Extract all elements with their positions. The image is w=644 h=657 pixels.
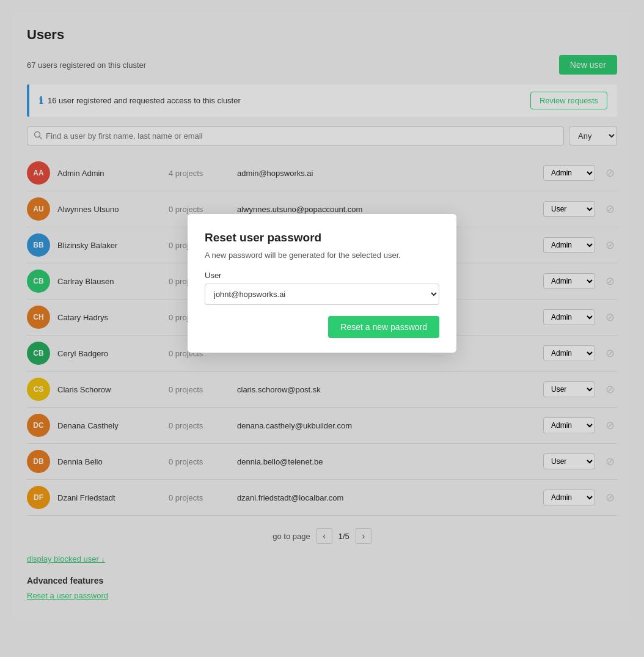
modal-description: A new password will be generated for the…	[205, 251, 439, 260]
modal-title: Reset user password	[205, 231, 439, 244]
modal-overlay: Reset user password A new password will …	[12, 12, 632, 620]
main-card: Users 67 users registered on this cluste…	[12, 12, 632, 620]
reset-password-modal: Reset user password A new password will …	[188, 214, 456, 353]
modal-user-label: User	[205, 271, 439, 280]
modal-user-select[interactable]: johnt@hopsworks.ai	[205, 284, 439, 305]
reset-new-password-button[interactable]: Reset a new password	[328, 316, 439, 338]
